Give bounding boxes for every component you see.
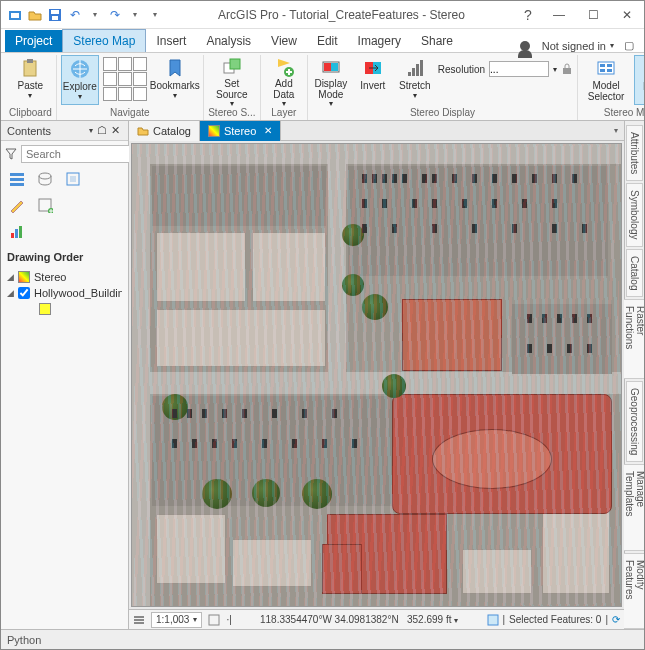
contents-view-toolbar [1, 167, 128, 193]
svg-rect-3 [51, 10, 59, 14]
set-source-icon [221, 57, 243, 77]
quick-access-toolbar: ↶ ▾ ↷ ▾ ▾ [1, 7, 169, 23]
contents-close-icon[interactable]: ✕ [109, 124, 122, 137]
right-tab-modify[interactable]: Modify Features [621, 553, 646, 629]
layer-row-1[interactable]: ◢ Hollywood_Buildings_C [1, 285, 128, 301]
view-tab-stereo[interactable]: Stereo ✕ [200, 121, 281, 141]
invert-button[interactable]: Invert [354, 55, 392, 105]
right-tab-catalog[interactable]: Catalog [626, 249, 643, 297]
list-by-edit-icon[interactable] [9, 197, 27, 215]
status-tool-icon[interactable] [208, 614, 220, 626]
svg-rect-9 [230, 59, 240, 69]
tab-edit[interactable]: Edit [307, 30, 348, 52]
selection-icon[interactable] [487, 614, 499, 626]
qat-dropdown-icon[interactable]: ▾ [147, 7, 163, 23]
right-tab-attributes[interactable]: Attributes [626, 125, 643, 181]
scale-dropdown-icon: ▾ [189, 615, 197, 624]
svg-rect-20 [563, 68, 571, 74]
nav-tools-grid[interactable] [103, 55, 147, 101]
list-by-selection-icon[interactable] [65, 171, 83, 189]
list-by-drawing-icon[interactable] [9, 171, 27, 189]
help-button[interactable]: ? [514, 7, 542, 23]
map-name: Stereo [34, 271, 66, 283]
minimize-button[interactable]: — [542, 1, 576, 29]
tab-analysis[interactable]: Analysis [196, 30, 261, 52]
add-data-button[interactable]: Add Data▾ [265, 55, 303, 105]
tab-project[interactable]: Project [5, 30, 62, 52]
explore-icon [69, 58, 91, 80]
expand-icon[interactable]: ◢ [7, 288, 14, 298]
close-button[interactable]: ✕ [610, 1, 644, 29]
svg-rect-5 [24, 61, 36, 76]
right-tab-geoprocessing[interactable]: Geoprocessing [626, 381, 643, 462]
view-menu-icon[interactable]: ▾ [608, 126, 624, 135]
selected-count: Selected Features: 0 [509, 614, 601, 625]
display-mode-button[interactable]: Display Mode▾ [312, 55, 350, 105]
resolution-input[interactable] [489, 61, 549, 77]
signin-label: Not signed in [542, 40, 606, 52]
invert-icon [362, 57, 384, 79]
maximize-button[interactable]: ☐ [576, 1, 610, 29]
svg-rect-31 [10, 173, 24, 176]
group-stereo-display: Display Mode▾ Invert Stretch▾ Resolution… [308, 55, 578, 120]
best-button[interactable]: Best [634, 55, 645, 105]
svg-rect-4 [52, 16, 58, 20]
svg-point-34 [39, 173, 51, 179]
resolution-dropdown-icon[interactable]: ▾ [553, 65, 557, 74]
right-tab-manage[interactable]: Manage Templates [621, 464, 646, 551]
svg-rect-44 [134, 622, 144, 624]
tab-stereo-map[interactable]: Stereo Map [62, 29, 146, 52]
list-by-source-icon[interactable] [37, 171, 55, 189]
contents-dropdown-icon[interactable]: ▾ [87, 126, 95, 135]
svg-rect-22 [600, 64, 605, 67]
coords-dropdown-icon[interactable]: ▾ [454, 616, 458, 625]
status-menu-icon[interactable] [133, 614, 145, 626]
contents-edit-toolbar [1, 193, 128, 219]
right-tab-raster[interactable]: Raster Functions [621, 299, 646, 378]
person-icon [520, 41, 530, 51]
set-source-button[interactable]: Set Source▾ [208, 55, 256, 105]
group-stereo-model: Model Selector Best ⇦ ⇨ Stereo Model [578, 55, 645, 120]
tab-insert[interactable]: Insert [146, 30, 196, 52]
undo-icon[interactable]: ↶ [67, 7, 83, 23]
svg-rect-18 [416, 64, 419, 76]
paste-button[interactable]: Paste▾ [11, 55, 49, 105]
redo-icon[interactable]: ↷ [107, 7, 123, 23]
model-selector-button[interactable]: Model Selector [582, 55, 630, 105]
map-canvas[interactable] [131, 143, 622, 607]
layer-visibility-checkbox[interactable] [18, 287, 30, 299]
tab-imagery[interactable]: Imagery [348, 30, 411, 52]
lock-icon[interactable] [561, 63, 573, 75]
list-by-labeling-icon[interactable] [9, 223, 27, 241]
explore-button[interactable]: Explore▾ [61, 55, 99, 105]
contents-pin-icon[interactable]: ☖ [95, 124, 109, 137]
svg-rect-13 [331, 63, 338, 71]
filter-icon[interactable] [5, 148, 17, 160]
save-icon[interactable] [47, 7, 63, 23]
open-icon[interactable] [27, 7, 43, 23]
bookmarks-button[interactable]: Bookmarks▾ [151, 55, 199, 105]
right-tab-symbology[interactable]: Symbology [626, 183, 643, 246]
tab-view[interactable]: View [261, 30, 307, 52]
redo-dropdown-icon[interactable]: ▾ [127, 7, 143, 23]
map-row[interactable]: ◢ Stereo [1, 269, 128, 285]
tab-share[interactable]: Share [411, 30, 463, 52]
view-tab-catalog[interactable]: Catalog [129, 121, 200, 141]
layer-swatch [39, 303, 51, 315]
bottom-python-tab[interactable]: Python [7, 634, 41, 646]
layer-symbol-row [1, 301, 128, 317]
refresh-icon[interactable]: ⟳ [612, 614, 620, 625]
undo-dropdown-icon[interactable]: ▾ [87, 7, 103, 23]
close-view-icon[interactable]: ✕ [264, 125, 272, 136]
ribbon-tabs: Project Stereo Map Insert Analysis View … [1, 29, 644, 53]
list-by-snapping-icon[interactable] [37, 197, 55, 215]
svg-rect-17 [412, 68, 415, 76]
stretch-button[interactable]: Stretch▾ [396, 55, 434, 105]
main-area: Contents ▾ ☖ ✕ 🔍 Drawing Order ◢ Stereo [1, 121, 644, 629]
catalog-icon [137, 125, 149, 137]
ribbon-collapse-icon[interactable]: ▢ [618, 39, 634, 52]
expand-icon[interactable]: ◢ [7, 272, 14, 282]
signin-area[interactable]: Not signed in ▾ ▢ [520, 39, 640, 52]
add-data-icon [273, 57, 295, 77]
scale-combo[interactable]: 1:1,003 ▾ [151, 612, 202, 628]
